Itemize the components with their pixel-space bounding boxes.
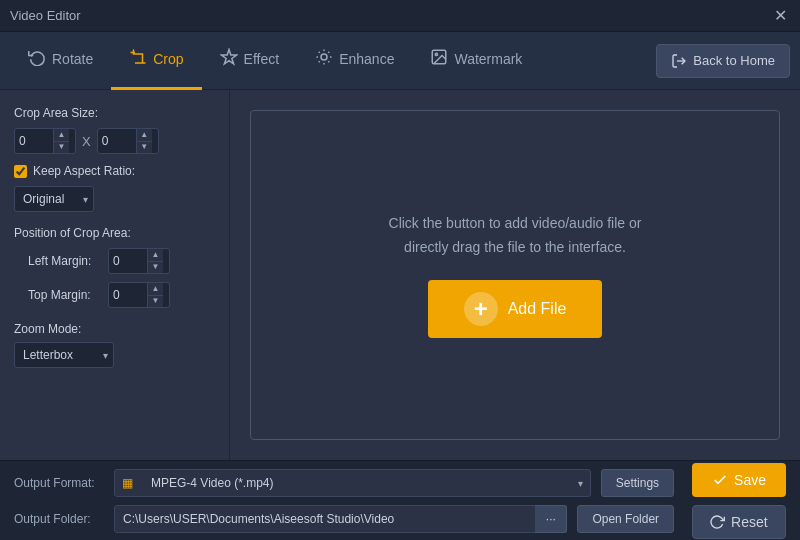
tab-watermark[interactable]: Watermark [412,32,540,90]
drop-zone[interactable]: Click the button to add video/audio file… [250,110,780,440]
keep-aspect-ratio-label: Keep Aspect Ratio: [33,164,135,178]
top-margin-down[interactable]: ▼ [148,296,163,308]
app-title: Video Editor [10,8,81,23]
save-label: Save [734,472,766,488]
close-button[interactable]: ✕ [770,6,790,26]
settings-button[interactable]: Settings [601,469,674,497]
title-bar: Video Editor ✕ [0,0,800,32]
effect-icon [220,48,238,70]
left-margin-label: Left Margin: [28,254,100,268]
tab-watermark-label: Watermark [454,51,522,67]
tab-enhance-label: Enhance [339,51,394,67]
left-margin-input-wrapper: ▲ ▼ [108,248,170,274]
output-format-label: Output Format: [14,476,104,490]
left-panel: Crop Area Size: ▲ ▼ X ▲ ▼ Keep Aspect Ra… [0,90,230,460]
crop-height-input-wrapper: ▲ ▼ [97,128,159,154]
top-margin-up[interactable]: ▲ [148,283,163,296]
tab-rotate[interactable]: Rotate [10,32,111,90]
crop-area-size-label: Crop Area Size: [14,106,215,120]
add-file-label: Add File [508,300,567,318]
format-select-wrapper: ▦ MPEG-4 Video (*.mp4) [114,469,591,497]
save-check-icon [712,472,728,488]
position-label: Position of Crop Area: [14,226,215,240]
crop-area-size-inputs: ▲ ▼ X ▲ ▼ [14,128,215,154]
crop-height-up[interactable]: ▲ [137,129,152,142]
back-to-home-button[interactable]: Back to Home [656,44,790,78]
crop-height-spinners: ▲ ▼ [136,129,152,153]
svg-point-3 [436,53,438,55]
crop-width-input[interactable] [15,129,53,153]
tab-crop-label: Crop [153,51,183,67]
keep-aspect-ratio-row: Keep Aspect Ratio: [14,164,215,178]
tab-effect[interactable]: Effect [202,32,298,90]
open-folder-button[interactable]: Open Folder [577,505,674,533]
reset-icon [709,514,725,530]
zoom-mode-label: Zoom Mode: [14,322,215,336]
x-separator: X [82,134,91,149]
add-file-icon: + [464,292,498,326]
output-folder-row: Output Folder: C:\Users\USER\Documents\A… [14,505,674,533]
crop-height-input[interactable] [98,129,136,153]
tab-crop[interactable]: Crop [111,32,201,90]
keep-aspect-ratio-checkbox[interactable] [14,165,27,178]
output-folder-input[interactable]: C:\Users\USER\Documents\Aiseesoft Studio… [114,505,567,533]
watermark-icon [430,48,448,70]
zoom-mode-select[interactable]: Letterbox Pan & Scan Full [14,342,114,368]
aspect-ratio-select[interactable]: Original 16:9 4:3 1:1 [14,186,94,212]
enhance-icon [315,48,333,70]
left-margin-spinners: ▲ ▼ [147,249,163,273]
zoom-section: Zoom Mode: Letterbox Pan & Scan Full [14,322,215,368]
tab-rotate-label: Rotate [52,51,93,67]
back-to-home-label: Back to Home [693,53,775,68]
tab-effect-label: Effect [244,51,280,67]
action-buttons: Save Reset [692,463,786,539]
left-margin-up[interactable]: ▲ [148,249,163,262]
right-panel: Click the button to add video/audio file… [230,90,800,460]
nav-bar: Rotate Crop Effect Enhance [0,32,800,90]
save-button[interactable]: Save [692,463,786,497]
crop-width-down[interactable]: ▼ [54,142,69,154]
crop-width-up[interactable]: ▲ [54,129,69,142]
output-format-row: Output Format: ▦ MPEG-4 Video (*.mp4) Se… [14,469,674,497]
top-margin-label: Top Margin: [28,288,100,302]
bottom-bar: Output Format: ▦ MPEG-4 Video (*.mp4) Se… [0,460,800,540]
folder-input-wrapper: C:\Users\USER\Documents\Aiseesoft Studio… [114,505,567,533]
crop-icon [129,48,147,70]
left-margin-row: Left Margin: ▲ ▼ [28,248,215,274]
tab-enhance[interactable]: Enhance [297,32,412,90]
zoom-select-wrapper: Letterbox Pan & Scan Full [14,342,114,368]
crop-width-input-wrapper: ▲ ▼ [14,128,76,154]
reset-label: Reset [731,514,768,530]
output-folder-label: Output Folder: [14,512,104,526]
top-margin-spinners: ▲ ▼ [147,283,163,307]
crop-height-down[interactable]: ▼ [137,142,152,154]
aspect-ratio-select-wrapper: Original 16:9 4:3 1:1 [14,186,94,212]
rotate-icon [28,48,46,70]
bottom-inputs-area: Output Format: ▦ MPEG-4 Video (*.mp4) Se… [14,469,674,533]
reset-button[interactable]: Reset [692,505,786,539]
top-margin-input[interactable] [109,283,147,307]
back-home-icon [671,53,687,69]
svg-point-1 [321,54,327,60]
crop-width-spinners: ▲ ▼ [53,129,69,153]
add-file-button[interactable]: + Add File [428,280,603,338]
folder-browse-button[interactable]: ··· [535,505,567,533]
left-margin-down[interactable]: ▼ [148,262,163,274]
output-format-select[interactable]: MPEG-4 Video (*.mp4) [114,469,591,497]
top-margin-row: Top Margin: ▲ ▼ [28,282,215,308]
drop-zone-text: Click the button to add video/audio file… [389,212,642,260]
top-margin-input-wrapper: ▲ ▼ [108,282,170,308]
position-section: Position of Crop Area: Left Margin: ▲ ▼ … [14,226,215,308]
bottom-content: Output Format: ▦ MPEG-4 Video (*.mp4) Se… [14,463,786,539]
main-area: Crop Area Size: ▲ ▼ X ▲ ▼ Keep Aspect Ra… [0,90,800,460]
left-margin-input[interactable] [109,249,147,273]
